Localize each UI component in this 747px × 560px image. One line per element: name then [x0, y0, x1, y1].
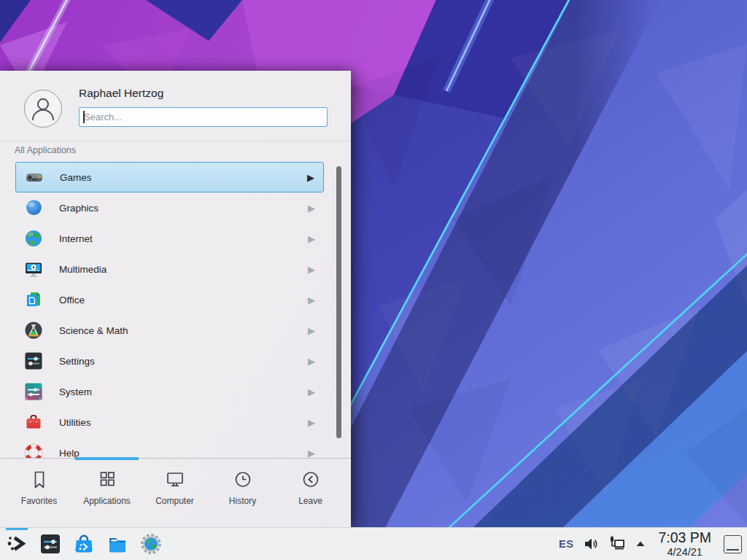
show-desktop-glyph: [727, 549, 739, 551]
clock-date: 4/24/21: [658, 547, 711, 558]
leave-icon: [300, 469, 322, 491]
system-sliders-icon: [23, 381, 44, 402]
category-row-graphics[interactable]: Graphics ▶: [15, 192, 324, 223]
tab-label: History: [229, 496, 256, 506]
category-row-settings[interactable]: Settings ▶: [15, 346, 324, 376]
search-field-wrap: [79, 107, 328, 127]
tab-label: Leave: [298, 496, 322, 506]
system-tray: ES 7:03 PM 4/24/21: [559, 531, 747, 557]
discover-button[interactable]: [73, 533, 95, 555]
category-list: Games ▶ Graphics ▶: [0, 162, 351, 458]
submenu-arrow-icon: ▶: [306, 448, 317, 459]
bookmark-icon: [28, 469, 50, 491]
submenu-arrow-icon: ▶: [306, 295, 317, 306]
user-icon: [27, 93, 59, 125]
flask-icon: [23, 320, 44, 341]
category-label: Office: [59, 295, 306, 306]
expand-caret-icon[interactable]: [635, 540, 646, 548]
taskbar: ES 7:03 PM 4/24/21: [0, 527, 747, 560]
kickoff-menu: Raphael Hertzog All Applications: [0, 71, 351, 527]
volume-icon[interactable]: [583, 536, 599, 552]
tab-label: Applications: [83, 496, 131, 506]
monitor-play-icon: [23, 259, 44, 279]
category-label: Graphics: [59, 203, 306, 214]
tab-leave[interactable]: Leave: [276, 459, 344, 527]
category-label: Help: [59, 448, 306, 459]
search-input[interactable]: [79, 107, 328, 127]
sphere-icon: [23, 198, 44, 218]
documents-icon: [23, 289, 44, 310]
category-label: Internet: [59, 233, 306, 244]
header-separator: [0, 141, 351, 141]
active-app-indicator: [6, 528, 28, 530]
submenu-arrow-icon: ▶: [306, 417, 317, 428]
clock[interactable]: 7:03 PM 4/24/21: [658, 531, 711, 557]
network-icon[interactable]: [608, 535, 626, 553]
category-row-multimedia[interactable]: Multimedia ▶: [15, 254, 324, 284]
grid-icon: [96, 469, 118, 491]
category-row-help[interactable]: Help ▶: [15, 438, 324, 458]
tab-bar: Favorites Applications Computer: [0, 458, 351, 527]
user-name: Raphael Hertzog: [79, 87, 163, 100]
lifebuoy-icon: [23, 443, 44, 458]
submenu-arrow-icon: ▶: [306, 203, 317, 214]
category-row-games[interactable]: Games ▶: [15, 162, 324, 192]
submenu-arrow-icon: ▶: [306, 233, 317, 244]
file-manager-button[interactable]: [107, 533, 128, 555]
tab-applications[interactable]: Applications: [73, 459, 141, 527]
file-manager-icon: [107, 533, 128, 555]
web-globe-button[interactable]: [140, 533, 162, 555]
text-cursor: [83, 111, 85, 123]
tab-computer[interactable]: Computer: [141, 459, 209, 527]
system-settings-icon: [39, 533, 61, 555]
clock-time: 7:03 PM: [658, 531, 711, 545]
keyboard-layout-indicator[interactable]: ES: [559, 538, 573, 550]
tab-label: Computer: [155, 496, 194, 506]
computer-icon: [164, 469, 186, 491]
submenu-arrow-icon: ▶: [306, 356, 317, 367]
desktop: Raphael Hertzog All Applications: [0, 0, 747, 560]
show-desktop-button[interactable]: [724, 535, 742, 553]
category-label: Games: [60, 172, 306, 183]
web-globe-icon: [140, 533, 162, 555]
tab-history[interactable]: History: [209, 459, 276, 527]
discover-icon: [73, 533, 95, 555]
category-label: Utilities: [59, 417, 306, 428]
category-row-science[interactable]: Science & Math ▶: [15, 315, 324, 346]
tab-label: Favorites: [21, 496, 57, 506]
clock-icon: [232, 469, 254, 491]
app-launcher-button[interactable]: [6, 533, 28, 555]
submenu-arrow-icon: ▶: [306, 172, 316, 183]
category-row-office[interactable]: Office ▶: [15, 284, 324, 315]
avatar[interactable]: [24, 90, 62, 128]
submenu-arrow-icon: ▶: [306, 386, 317, 397]
category-row-system[interactable]: System ▶: [15, 376, 324, 407]
gamepad-icon: [24, 167, 44, 187]
submenu-arrow-icon: ▶: [306, 264, 317, 275]
scrollbar-thumb[interactable]: [336, 166, 341, 438]
toolbox-icon: [23, 412, 44, 432]
globe-icon: [23, 228, 44, 249]
category-row-utilities[interactable]: Utilities ▶: [15, 407, 324, 438]
category-label: System: [59, 386, 306, 397]
category-label: Science & Math: [59, 325, 306, 336]
taskbar-launchers: [0, 533, 162, 555]
submenu-arrow-icon: ▶: [306, 325, 317, 336]
sliders-icon: [23, 351, 44, 371]
active-tab-indicator: [75, 457, 139, 460]
section-label: All Applications: [15, 145, 76, 155]
app-launcher-icon: [6, 533, 28, 555]
category-label: Settings: [59, 356, 306, 367]
system-settings-button[interactable]: [39, 533, 61, 555]
category-label: Multimedia: [59, 264, 306, 275]
tab-favorites[interactable]: Favorites: [5, 459, 73, 527]
category-row-internet[interactable]: Internet ▶: [15, 223, 324, 254]
